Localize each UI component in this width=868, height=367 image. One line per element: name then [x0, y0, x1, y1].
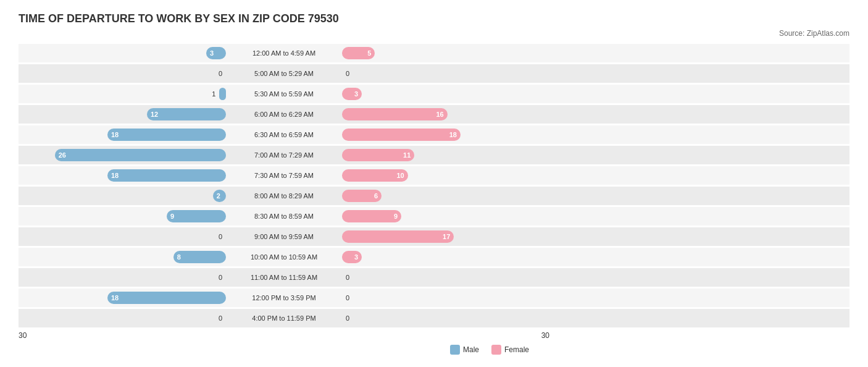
male-bar: 18: [107, 169, 226, 182]
chart-row: 0 11:00 AM to 11:59 AM 0: [19, 268, 849, 287]
left-bar-container: 18: [19, 292, 228, 304]
legend-male-box: [450, 345, 460, 355]
male-bar: 8: [173, 251, 226, 263]
female-value: 0: [346, 314, 349, 322]
male-bar: 12: [147, 108, 226, 120]
right-bar-container: 0: [340, 294, 549, 302]
chart-row: 3 12:00 AM to 4:59 AM 5: [19, 44, 849, 62]
female-bar-label: 3: [351, 90, 362, 98]
male-bar-label: 18: [107, 172, 122, 179]
female-bar-label: 3: [351, 253, 362, 261]
right-bar-container: 9: [340, 210, 549, 222]
left-bar-container: 8: [19, 251, 228, 263]
source-label: Source: ZipAtlas.com: [19, 29, 849, 38]
left-bar-container: 12: [19, 108, 228, 120]
male-bar-label: 26: [55, 151, 70, 159]
axis-left-label: 30: [19, 331, 228, 340]
time-label: 7:00 AM to 7:29 AM: [228, 151, 340, 159]
male-value: 0: [219, 274, 222, 281]
female-bar: 3: [342, 88, 362, 100]
male-bar: 9: [167, 210, 226, 222]
female-bar-label: 9: [390, 213, 401, 220]
male-bar: 18: [107, 129, 226, 141]
left-bar-container: 3: [19, 47, 228, 59]
chart-row: 9 8:30 AM to 8:59 AM 9: [19, 207, 849, 226]
legend-male-label: Male: [463, 345, 479, 354]
female-value: 0: [346, 294, 349, 302]
time-label: 6:00 AM to 6:29 AM: [228, 111, 340, 118]
male-bar: [219, 88, 226, 100]
female-bar: 9: [342, 210, 401, 222]
time-label: 5:30 AM to 5:59 AM: [228, 90, 340, 98]
chart-row: 1 5:30 AM to 5:59 AM 3: [19, 85, 849, 103]
chart-row: 18 6:30 AM to 6:59 AM 18: [19, 125, 849, 144]
time-label: 10:00 AM to 10:59 AM: [228, 253, 340, 261]
chart-row: 8 10:00 AM to 10:59 AM 3: [19, 248, 849, 266]
male-value: 0: [219, 233, 222, 240]
left-bar-container: 26: [19, 149, 228, 161]
chart-row: 18 12:00 PM to 3:59 PM 0: [19, 289, 849, 307]
left-bar-container: 0: [19, 274, 228, 281]
chart-row: 26 7:00 AM to 7:29 AM 11: [19, 146, 849, 164]
right-bar-container: 5: [340, 47, 549, 59]
right-bar-container: 0: [340, 70, 549, 77]
time-label: 9:00 AM to 9:59 AM: [228, 233, 340, 240]
female-bar-label: 11: [399, 151, 414, 159]
right-bar-container: 0: [340, 274, 549, 281]
left-bar-container: 2: [19, 190, 228, 202]
right-bar-container: 17: [340, 230, 549, 243]
time-label: 8:00 AM to 8:29 AM: [228, 192, 340, 200]
legend-female-box: [491, 345, 501, 355]
right-bar-container: 16: [340, 108, 549, 120]
male-bar-label: 8: [173, 253, 185, 261]
female-bar-label: 18: [446, 131, 461, 138]
right-bar-container: 3: [340, 251, 549, 263]
female-value: 0: [346, 70, 349, 77]
female-bar: 6: [342, 190, 382, 202]
female-bar-label: 5: [364, 49, 375, 57]
chart-area: 3 12:00 AM to 4:59 AM 5 0 5:00 AM to 5:2…: [19, 44, 849, 327]
legend: Male Female: [130, 345, 849, 355]
male-bar-label: 18: [107, 294, 122, 302]
left-bar-container: 9: [19, 210, 228, 222]
left-bar-container: 18: [19, 129, 228, 141]
female-bar-label: 16: [432, 111, 447, 118]
male-bar: 3: [206, 47, 226, 59]
female-bar: 11: [342, 149, 414, 161]
female-bar: 5: [342, 47, 375, 59]
chart-row: 0 4:00 PM to 11:59 PM 0: [19, 309, 849, 327]
chart-row: 0 9:00 AM to 9:59 AM 17: [19, 227, 849, 246]
left-bar-container: 1: [19, 88, 228, 100]
female-bar: 16: [342, 108, 448, 120]
right-bar-container: 6: [340, 190, 549, 202]
male-bar: 26: [55, 149, 226, 161]
time-label: 8:30 AM to 8:59 AM: [228, 213, 340, 220]
time-label: 12:00 AM to 4:59 AM: [228, 49, 340, 57]
time-label: 11:00 AM to 11:59 AM: [228, 274, 340, 281]
male-bar: 2: [213, 190, 226, 202]
right-bar-container: 0: [340, 314, 549, 322]
time-label: 4:00 PM to 11:59 PM: [228, 314, 340, 322]
legend-female-label: Female: [504, 345, 529, 354]
female-bar-label: 6: [370, 192, 382, 200]
time-label: 6:30 AM to 6:59 AM: [228, 131, 340, 138]
time-label: 7:30 AM to 7:59 AM: [228, 172, 340, 179]
chart-row: 0 5:00 AM to 5:29 AM 0: [19, 64, 849, 83]
left-bar-container: 0: [19, 233, 228, 240]
male-bar-label: 18: [107, 131, 122, 138]
female-bar-label: 10: [393, 172, 407, 179]
right-bar-container: 18: [340, 129, 549, 141]
female-bar-label: 17: [439, 233, 454, 240]
right-bar-container: 10: [340, 169, 549, 182]
female-value: 0: [346, 274, 349, 281]
chart-row: 2 8:00 AM to 8:29 AM 6: [19, 187, 849, 205]
male-value: 0: [219, 70, 222, 77]
chart-title: TIME OF DEPARTURE TO WORK BY SEX IN ZIP …: [19, 12, 849, 25]
female-bar: 18: [342, 129, 461, 141]
female-bar: 10: [342, 169, 408, 182]
male-bar: 18: [107, 292, 226, 304]
male-value: 0: [219, 314, 222, 322]
time-label: 5:00 AM to 5:29 AM: [228, 70, 340, 77]
left-bar-container: 18: [19, 169, 228, 182]
right-bar-container: 3: [340, 88, 549, 100]
